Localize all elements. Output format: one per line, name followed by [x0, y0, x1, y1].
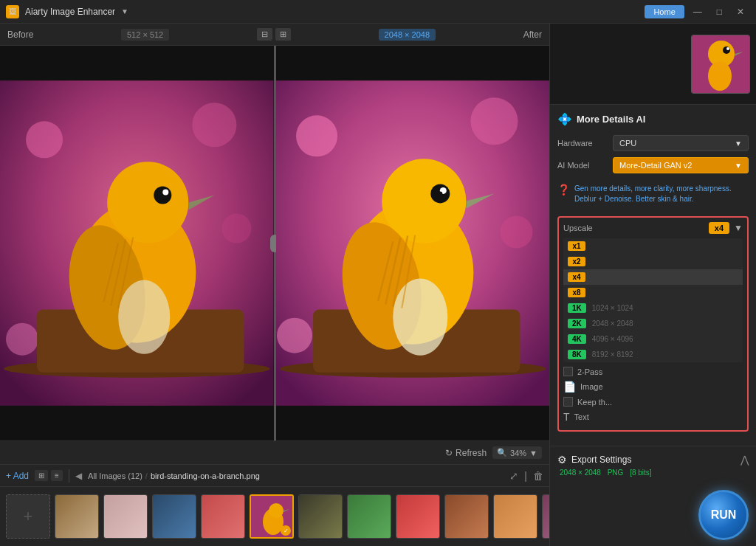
comparison-header: Before 512 × 512 ⊟ ⊞ 2048 × 2048 After [0, 24, 549, 46]
before-label: Before [7, 30, 33, 40]
thumb-6[interactable] [298, 494, 343, 539]
expand-icon[interactable]: ⤢ [509, 470, 518, 482]
run-area: RUN [550, 484, 756, 546]
run-button[interactable]: RUN [698, 490, 749, 540]
thumb-8[interactable] [396, 494, 440, 539]
svg-point-11 [162, 189, 168, 195]
app-icon: 🖼 [6, 5, 19, 18]
svg-point-8 [107, 162, 188, 243]
panel-icon: 💠 [557, 112, 572, 126]
svg-point-13 [118, 280, 170, 354]
svg-point-31 [393, 279, 447, 356]
hardware-dropdown[interactable]: CPU ▼ [613, 135, 749, 151]
nav-back-icon[interactable]: ◀ [75, 471, 82, 481]
thumb-11[interactable] [542, 494, 549, 539]
keep-row: Keep th... [563, 397, 743, 407]
zoom-control[interactable]: 🔍 34% ▼ [492, 446, 542, 459]
title-dropdown-icon[interactable]: ▼ [121, 7, 128, 15]
add-button[interactable]: + Add [6, 471, 29, 481]
home-button[interactable]: Home [645, 5, 684, 18]
help-icon: ❓ [557, 184, 570, 196]
thumb-1[interactable] [55, 494, 99, 539]
image-size-label: Image [580, 382, 603, 391]
refresh-button[interactable]: ↻ Refresh [445, 448, 487, 458]
svg-point-19 [470, 97, 518, 145]
svg-point-44 [723, 46, 730, 54]
thumb-10[interactable] [493, 494, 537, 539]
upscale-option-1k[interactable]: 1K 1024 × 1024 [563, 300, 743, 316]
app-title: Aiarty Image Enhancer [25, 7, 115, 17]
after-resolution: 2048 × 2048 [379, 29, 436, 41]
twopass-label: 2-Pass [577, 367, 602, 376]
image-comparison[interactable] [0, 46, 549, 440]
bottom-bar: + Add ⊞ ≡ ◀ All Images (12) / bird-stand… [0, 464, 549, 546]
upscale-section: Upscale x4 ▼ x1 x2 [557, 216, 749, 432]
hardware-row: Hardware CPU ▼ [557, 135, 749, 151]
thumb-9[interactable] [444, 494, 489, 539]
help-text: ❓ Gen more details, more clarity, more s… [557, 179, 749, 209]
export-settings-icon: ⚙ [557, 454, 567, 466]
thumb-7[interactable] [347, 494, 391, 539]
svg-point-4 [6, 323, 38, 356]
image-icon: 📄 [563, 381, 576, 393]
upscale-option-x1[interactable]: x1 [563, 238, 743, 254]
upscale-options: x1 x2 x4 x8 [563, 238, 743, 362]
thumb-check-icon: ✓ [281, 525, 291, 536]
ai-model-control: More-Detail GAN v2 ▼ [613, 157, 749, 173]
upscale-dropdown-toggle[interactable]: ▼ [734, 223, 743, 233]
view-side-btn[interactable]: ⊞ [275, 28, 291, 41]
ai-model-label: AI Model [557, 161, 613, 170]
before-image [0, 46, 274, 440]
thumb-3[interactable] [152, 494, 196, 539]
upscale-option-8k[interactable]: 8K 8192 × 8192 [563, 347, 743, 362]
hardware-control: CPU ▼ [613, 135, 749, 151]
title-bar-right: Home — □ ✕ [645, 4, 750, 20]
preview-area [550, 24, 756, 105]
breadcrumb: All Images (12) / bird-standing-on-a-bra… [88, 471, 504, 480]
upscale-label: Upscale [563, 224, 593, 232]
hardware-label: Hardware [557, 139, 613, 148]
ai-model-chevron-icon: ▼ [735, 162, 742, 170]
export-title: ⚙ Export Settings [557, 454, 631, 466]
add-thumbnail-button[interactable]: + [6, 494, 50, 539]
grid-view-button[interactable]: ⊞ [35, 470, 48, 481]
svg-point-42 [708, 61, 732, 91]
upscale-option-4k[interactable]: 4K 4096 × 4096 [563, 331, 743, 347]
list-view-button[interactable]: ≡ [51, 470, 63, 481]
upscale-option-x4[interactable]: x4 [563, 269, 743, 285]
refresh-icon: ↻ [445, 448, 453, 458]
breadcrumb-separator: / [145, 471, 148, 480]
svg-point-20 [500, 215, 532, 248]
close-button[interactable]: ✕ [731, 4, 750, 20]
view-split-btn[interactable]: ⊟ [257, 28, 272, 41]
export-section: ⚙ Export Settings ⋀ 2048 × 2048 PNG [8 b… [550, 446, 756, 484]
upscale-option-x2[interactable]: x2 [563, 254, 743, 269]
before-resolution: 512 × 512 [121, 29, 169, 41]
svg-point-1 [26, 121, 63, 158]
twopass-row: 2-Pass [563, 367, 743, 376]
thumb-5-bird[interactable]: ✓ [250, 494, 294, 539]
delete-button[interactable]: 🗑 [533, 470, 543, 482]
thumb-4[interactable] [201, 494, 245, 539]
twopass-checkbox[interactable] [563, 367, 573, 376]
image-size-row: 📄 Image [563, 381, 743, 393]
upscale-current-value: x4 [709, 222, 729, 234]
keep-checkbox[interactable] [563, 397, 573, 407]
svg-point-10 [154, 186, 171, 204]
zoom-chevron-icon: ▼ [529, 449, 537, 457]
breadcrumb-all-images[interactable]: All Images (12) [88, 471, 142, 480]
breadcrumb-filename: bird-standing-on-a-branch.png [151, 471, 260, 480]
upscale-option-2k[interactable]: 2K 2048 × 2048 [563, 316, 743, 331]
minimize-button[interactable]: — [687, 4, 708, 20]
maximize-button[interactable]: □ [711, 4, 728, 20]
upscale-option-x8[interactable]: x8 [563, 285, 743, 300]
title-bar: 🖼 Aiarty Image Enhancer ▼ Home — □ ✕ [0, 0, 756, 24]
export-expand-button[interactable]: ⋀ [740, 454, 749, 466]
title-bar-left: 🖼 Aiarty Image Enhancer ▼ [6, 5, 128, 18]
ai-model-dropdown[interactable]: More-Detail GAN v2 ▼ [613, 157, 749, 173]
after-label: After [523, 30, 542, 40]
ai-model-row: AI Model More-Detail GAN v2 ▼ [557, 157, 749, 173]
collapse-icon[interactable]: | [524, 470, 527, 482]
thumb-2[interactable] [103, 494, 148, 539]
filmstrip: + [0, 487, 549, 546]
